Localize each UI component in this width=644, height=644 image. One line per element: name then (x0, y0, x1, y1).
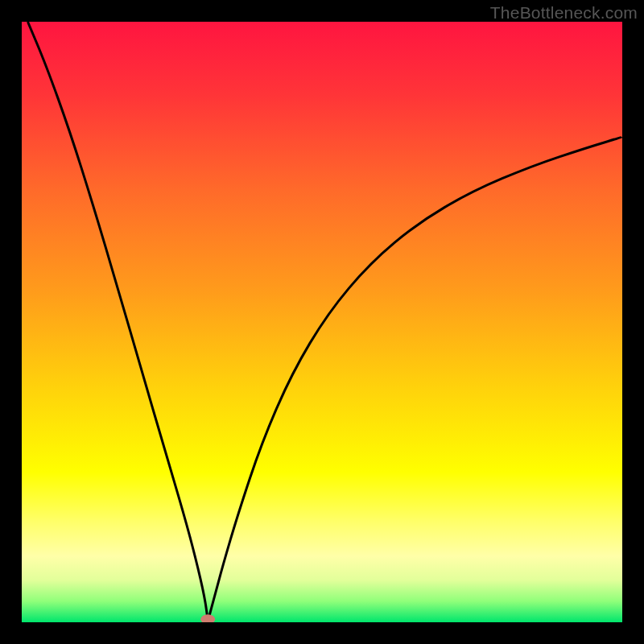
plot-svg (22, 22, 622, 622)
plot-area (22, 22, 622, 622)
chart-frame: TheBottleneck.com (0, 0, 644, 644)
attribution-text: TheBottleneck.com (490, 3, 638, 23)
